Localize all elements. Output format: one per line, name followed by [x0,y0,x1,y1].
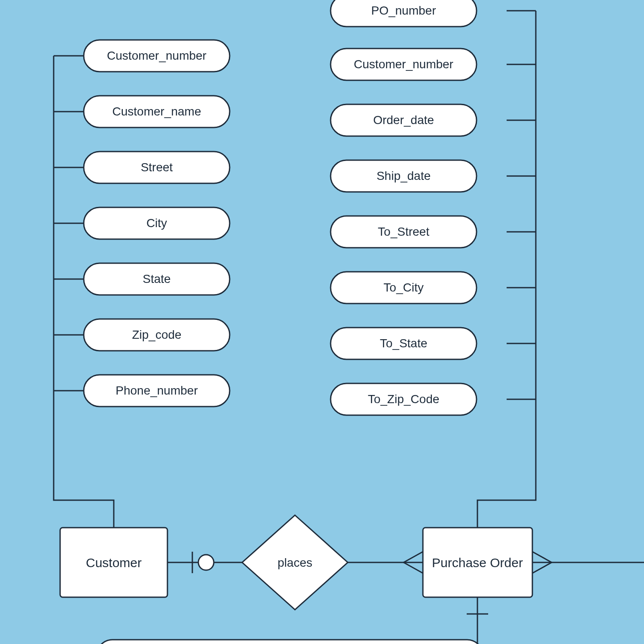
entity-purchase-order: Purchase Order [423,528,532,597]
svg-point-17 [198,555,214,570]
attr-label: To_State [380,337,428,350]
attribute-state: State [84,263,230,295]
po-attributes: PO_number Customer_number Order_date Shi… [331,0,477,415]
attr-label: To_Zip_Code [368,392,440,406]
attr-label: Phone_number [115,384,197,397]
attribute-to-zip-code: To_Zip_Code [331,383,477,415]
attribute-ship-date: Ship_date [331,160,477,192]
attr-label: State [143,272,170,286]
attribute-po-number: PO_number [331,0,477,27]
attr-label: Customer_name [112,105,201,118]
entity-customer: Customer [60,528,167,597]
attribute-city: City [84,207,230,239]
attribute-to-street: To_Street [331,216,477,248]
attribute-po-customer-number: Customer_number [331,49,477,80]
attribute-customer-name: Customer_name [84,96,230,128]
attr-label: Street [141,161,173,174]
attribute-phone-number: Phone_number [84,375,230,407]
svg-line-19 [404,562,423,573]
attr-label: PO_number [371,4,436,17]
svg-line-22 [532,562,552,573]
attr-label: Customer_number [354,58,453,71]
attr-label: Zip_code [132,328,181,341]
relationship-places: places [242,515,348,610]
partial-bottom-shape [97,640,483,644]
entity-label: Purchase Order [432,556,523,570]
customer-attributes: Customer_number Customer_name Street Cit… [84,40,230,407]
attribute-to-state: To_State [331,328,477,359]
svg-line-18 [404,552,423,562]
attribute-customer-number: Customer_number [84,40,230,72]
attr-label: To_Street [378,225,429,238]
svg-line-21 [532,552,552,562]
attr-label: City [146,216,167,230]
attribute-street: Street [84,152,230,183]
attribute-order-date: Order_date [331,104,477,136]
attr-label: Order_date [373,113,434,127]
entity-label: Customer [86,556,142,570]
er-diagram: Customer_number Customer_name Street Cit… [0,0,644,644]
attr-label: Customer_number [107,49,207,62]
relationship-label: places [278,556,313,569]
attr-label: Ship_date [377,169,431,182]
attr-label: To_City [383,281,423,294]
attribute-to-city: To_City [331,272,477,304]
attribute-zip-code: Zip_code [84,319,230,351]
